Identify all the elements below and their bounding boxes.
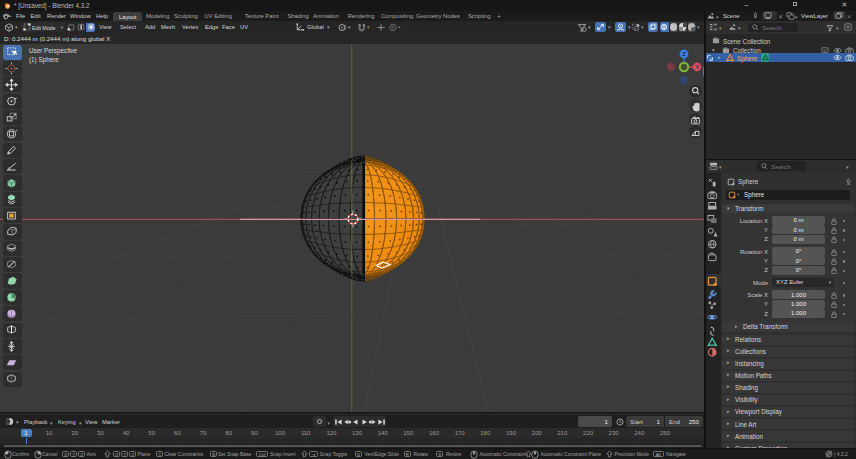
svg-text:Z: Z	[682, 51, 686, 57]
